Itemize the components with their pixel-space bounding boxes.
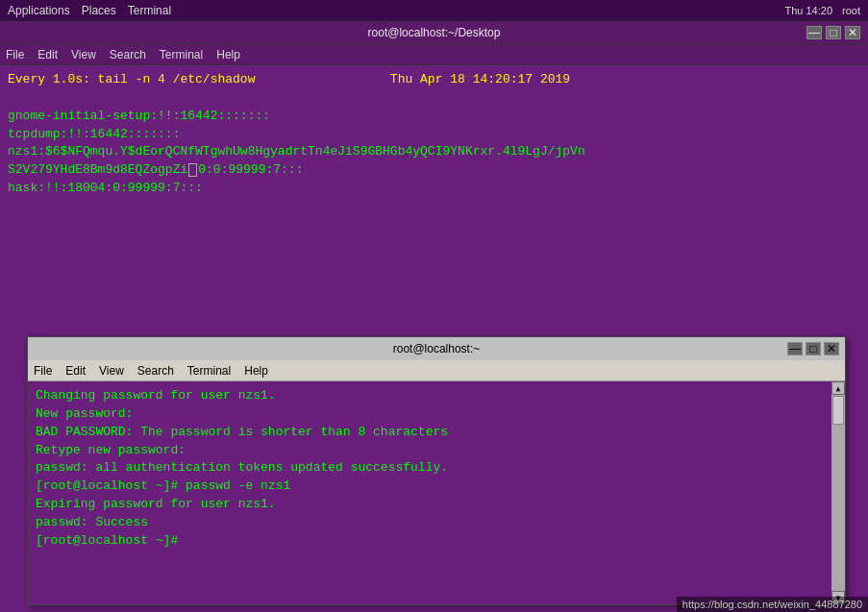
fg-line-7: passwd: Success bbox=[36, 514, 826, 532]
bg-menu-edit[interactable]: Edit bbox=[37, 48, 58, 61]
bg-line-5: S2V279YHdE8Bm9d8EQZogpZi0:0:99999:7::: bbox=[8, 161, 860, 180]
bg-maximize-button[interactable]: □ bbox=[826, 26, 841, 39]
fg-menu-edit[interactable]: Edit bbox=[65, 364, 86, 378]
fg-line-2: BAD PASSWORD: The password is shorter th… bbox=[36, 424, 826, 442]
cursor-box bbox=[188, 163, 197, 177]
bg-terminal-wincontrols: — □ ✕ bbox=[806, 26, 860, 39]
bg-line-3: tcpdump:!!:16442::::::: bbox=[8, 126, 860, 144]
taskbar-time: Thu 14:20 bbox=[784, 5, 832, 16]
fg-scrollbar[interactable]: ▲ ▼ bbox=[831, 381, 845, 604]
fg-terminal-content: Changing password for user nzs1. New pas… bbox=[28, 381, 845, 604]
bg-line-0: Every 1.0s: tail -n 4 /etc/shadow Thu Ap… bbox=[8, 71, 860, 89]
scroll-thumb[interactable] bbox=[832, 396, 844, 425]
fg-menu-view[interactable]: View bbox=[99, 364, 124, 378]
fg-close-button[interactable]: ✕ bbox=[824, 342, 839, 355]
scroll-track bbox=[831, 395, 845, 591]
fg-terminal-wincontrols: — □ ✕ bbox=[787, 342, 839, 355]
fg-line-6: Expiring password for user nzs1. bbox=[36, 496, 826, 514]
bg-menu-terminal[interactable]: Terminal bbox=[160, 48, 203, 61]
taskbar-right: Thu 14:20 root bbox=[784, 5, 860, 16]
fg-line-1: New password: bbox=[36, 405, 826, 424]
fg-terminal: root@localhost:~ — □ ✕ File Edit View Se… bbox=[27, 336, 846, 605]
taskbar-applications[interactable]: Applications bbox=[8, 4, 70, 17]
fg-menu-file[interactable]: File bbox=[34, 364, 52, 378]
bg-line-4: nzs1:$6$NFQmqu.Y$dEorQCNfWTgwhUw8Hgyadrt… bbox=[8, 143, 860, 161]
fg-maximize-button[interactable]: □ bbox=[806, 342, 821, 355]
bg-close-button[interactable]: ✕ bbox=[845, 26, 860, 39]
taskbar-places[interactable]: Places bbox=[82, 4, 116, 17]
bg-line-2: gnome-initial-setup:!!:16442::::::: bbox=[8, 108, 860, 126]
fg-terminal-title: root@localhost:~ bbox=[393, 342, 481, 355]
bg-menu-file[interactable]: File bbox=[6, 48, 24, 61]
bg-menu-search[interactable]: Search bbox=[110, 48, 146, 61]
url-bar: https://blog.csdn.net/weixin_44887280 bbox=[677, 597, 868, 612]
url-text: https://blog.csdn.net/weixin_44887280 bbox=[682, 599, 862, 610]
bg-minimize-button[interactable]: — bbox=[806, 26, 822, 39]
fg-menu-help[interactable]: Help bbox=[244, 364, 268, 378]
bg-line-6: hask:!!:18004:0:99999:7::: bbox=[8, 180, 860, 198]
bg-line-1 bbox=[8, 89, 860, 108]
fg-terminal-titlebar: root@localhost:~ — □ ✕ bbox=[28, 337, 845, 360]
bg-menu-help[interactable]: Help bbox=[216, 48, 240, 61]
fg-line-4: passwd: all authentication tokens update… bbox=[36, 459, 826, 477]
bg-terminal-menubar: File Edit View Search Terminal Help bbox=[0, 44, 868, 65]
fg-line-5: [root@localhost ~]# passwd -e nzs1 bbox=[36, 477, 826, 496]
taskbar: Applications Places Terminal Thu 14:20 r… bbox=[0, 0, 868, 21]
scroll-up-button[interactable]: ▲ bbox=[831, 381, 845, 395]
fg-line-0: Changing password for user nzs1. bbox=[36, 387, 826, 405]
fg-line-8: [root@localhost ~]# bbox=[36, 532, 826, 551]
fg-minimize-button[interactable]: — bbox=[787, 342, 803, 355]
taskbar-user: root bbox=[842, 5, 860, 16]
bg-menu-view[interactable]: View bbox=[71, 48, 96, 61]
taskbar-terminal[interactable]: Terminal bbox=[128, 4, 171, 17]
fg-menu-terminal[interactable]: Terminal bbox=[187, 364, 231, 378]
fg-line-3: Retype new password: bbox=[36, 442, 826, 460]
fg-menu-search[interactable]: Search bbox=[137, 364, 174, 378]
bg-terminal-titlebar: root@localhost:~/Desktop — □ ✕ bbox=[0, 21, 868, 44]
fg-terminal-menubar: File Edit View Search Terminal Help bbox=[28, 360, 845, 381]
bg-terminal-title: root@localhost:~/Desktop bbox=[368, 26, 501, 39]
